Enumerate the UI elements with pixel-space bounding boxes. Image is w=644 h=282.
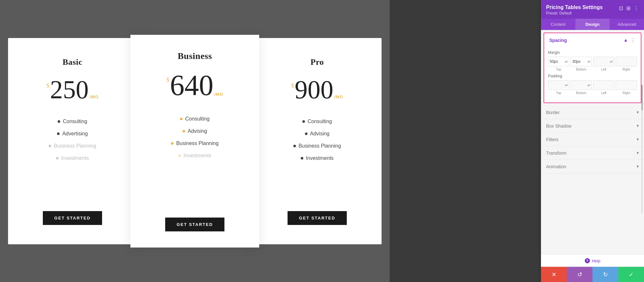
bottom-toolbar: ✕ ↺ ↻ ✓ [541, 267, 644, 282]
features-list-business: Consulting Advising Business Planning In… [143, 113, 246, 205]
margin-inputs: ⇌ ⇌ ⇌ [548, 57, 637, 66]
chevron-down-icon: ▾ [637, 137, 639, 142]
get-started-button-business[interactable]: GET STARTED [165, 218, 225, 231]
price-period-pro: /MO [334, 94, 343, 99]
pricing-container: Basic $ 250 /MO Consulting Advertising B… [8, 38, 382, 244]
padding-right-label: Right [616, 91, 637, 95]
bullet-icon [302, 120, 305, 123]
tab-content[interactable]: Content [541, 19, 575, 30]
pricing-card-pro: Pro $ 900 /MO Consulting Advising Busine… [256, 44, 378, 238]
price-period-business: /MO [214, 92, 223, 97]
chevron-up-icon[interactable]: ▲ [623, 38, 628, 43]
help-bar[interactable]: ? Help [541, 255, 644, 267]
pricing-card-basic: Basic $ 250 /MO Consulting Advertising B… [11, 44, 134, 238]
undo-icon: ↺ [577, 271, 582, 278]
price-period-basic: /MO [90, 94, 99, 99]
settings-panel: Pricing Tables Settings Preset: Default … [541, 0, 644, 282]
margin-label: Margin [548, 50, 637, 55]
margin-right-label: Right [616, 68, 637, 71]
cancel-button[interactable]: ✕ [541, 267, 567, 282]
scrollbar-thumb[interactable] [641, 85, 643, 111]
bullet-icon [180, 118, 183, 120]
panel-header-icons: ⊡ ⊞ ⋮ [619, 5, 639, 11]
price-currency-business: $ [166, 77, 169, 83]
box-shadow-title: Box Shadow [546, 123, 572, 129]
margin-top-input[interactable] [550, 59, 564, 64]
spacing-content: Margin ⇌ ⇌ [544, 47, 641, 100]
transform-section-header[interactable]: Transform ▾ [541, 146, 644, 160]
spacing-section: Spacing ▲ ⋮ Margin ⇌ [544, 33, 641, 103]
margin-left-field[interactable]: ⇌ [593, 57, 614, 66]
tab-design[interactable]: Design [575, 19, 610, 30]
padding-right-input[interactable] [617, 83, 635, 87]
margin-top-field[interactable]: ⇌ [548, 57, 569, 66]
padding-top-field[interactable]: ⇌ [548, 80, 569, 90]
more-options-icon[interactable]: ⋮ [630, 37, 636, 43]
border-section: Border ▾ [541, 106, 644, 119]
margin-bottom-field[interactable]: ⇌ [571, 57, 592, 66]
undo-button[interactable]: ↺ [567, 267, 592, 282]
redo-icon: ↻ [603, 271, 608, 278]
padding-right-field[interactable] [616, 80, 637, 90]
get-started-button-basic[interactable]: GET STARTED [43, 211, 102, 225]
margin-left-wrap: ⇌ [593, 57, 614, 66]
scrollbar-track [641, 85, 643, 214]
filters-section-header[interactable]: Filters ▾ [541, 133, 644, 146]
confirm-button[interactable]: ✓ [618, 267, 644, 282]
border-section-header[interactable]: Border ▾ [541, 106, 644, 119]
plan-name-basic: Basic [62, 57, 82, 67]
box-shadow-section-header[interactable]: Box Shadow ▾ [541, 119, 644, 132]
link-icon: ⇌ [587, 60, 590, 64]
price-wrap-basic: $ 250 /MO [46, 77, 99, 102]
spacing-title: Spacing [549, 38, 567, 43]
get-started-button-pro[interactable]: GET STARTED [288, 211, 347, 225]
padding-top-label: Top [548, 91, 569, 95]
price-currency-pro: $ [291, 83, 294, 89]
link-icon: ⇌ [610, 60, 613, 64]
price-wrap-pro: $ 900 /MO [291, 77, 343, 102]
price-amount-business: 640 [170, 71, 213, 100]
panel-header-text: Pricing Tables Settings Preset: Default [546, 5, 603, 15]
expand-icon[interactable]: ⊞ [626, 5, 630, 11]
redo-button[interactable]: ↻ [592, 267, 618, 282]
margin-left-input[interactable] [595, 59, 609, 64]
padding-left-input[interactable] [595, 83, 613, 87]
feature-item: Advising [266, 128, 369, 140]
confirm-icon: ✓ [629, 271, 634, 278]
padding-bottom-field[interactable]: ⇌ [571, 80, 592, 90]
transform-section: Transform ▾ [541, 146, 644, 160]
padding-top-wrap: ⇌ [548, 80, 569, 90]
minimize-icon[interactable]: ⊡ [619, 5, 623, 11]
bullet-icon [58, 120, 60, 123]
tab-advanced[interactable]: Advanced [610, 19, 644, 30]
panel-header: Pricing Tables Settings Preset: Default … [541, 0, 644, 19]
feature-item: Investments [266, 152, 369, 164]
spacing-section-header[interactable]: Spacing ▲ ⋮ [544, 33, 641, 47]
price-amount-pro: 900 [295, 77, 333, 102]
more-icon[interactable]: ⋮ [634, 5, 639, 11]
margin-right-input[interactable] [617, 59, 635, 64]
padding-left-field[interactable] [593, 80, 614, 90]
margin-bottom-input[interactable] [572, 59, 587, 64]
feature-item: Advising [143, 125, 246, 137]
price-currency-basic: $ [46, 83, 49, 89]
price-amount-basic: 250 [50, 77, 89, 102]
link-icon: ⇌ [565, 83, 568, 87]
feature-item: Consulting [266, 115, 369, 128]
filters-title: Filters [546, 137, 558, 142]
spacing-section-controls: ▲ ⋮ [623, 37, 636, 43]
feature-item: Business Planning [143, 137, 246, 150]
panel-body: Spacing ▲ ⋮ Margin ⇌ [541, 30, 644, 255]
feature-item: Business Planning [21, 140, 124, 152]
padding-left-wrap [593, 80, 614, 90]
margin-top-label: Top [548, 68, 569, 71]
padding-bottom-input[interactable] [572, 83, 587, 87]
animation-section-header[interactable]: Animation ▾ [541, 160, 644, 173]
padding-label-row: Top Bottom Left Right [548, 91, 637, 95]
features-list-pro: Consulting Advising Business Planning In… [266, 115, 369, 198]
margin-right-field[interactable] [616, 57, 637, 66]
padding-top-input[interactable] [550, 83, 564, 87]
padding-left-label: Left [593, 91, 614, 95]
bullet-icon [57, 132, 60, 135]
panel-title: Pricing Tables Settings [546, 5, 603, 10]
